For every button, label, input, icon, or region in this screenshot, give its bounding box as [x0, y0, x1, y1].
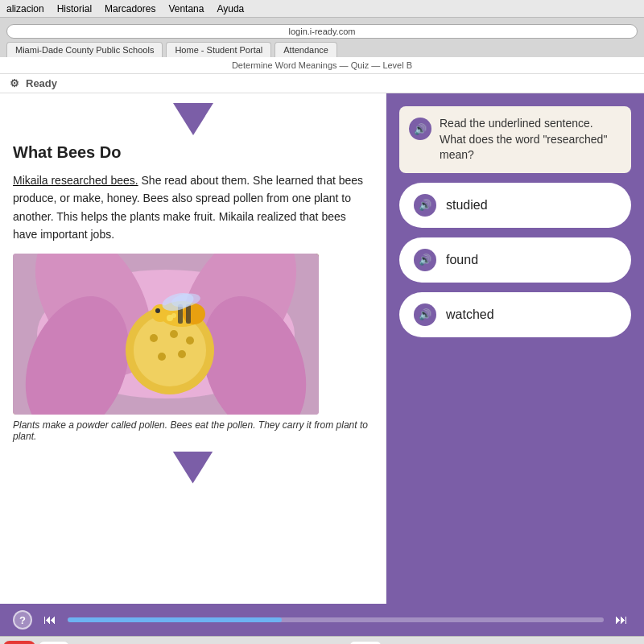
- option-watched[interactable]: 🔊 watched: [399, 292, 631, 337]
- question-text: Read the underlined sentence. What does …: [440, 116, 621, 163]
- menu-item-alizacion[interactable]: alizacion: [6, 3, 44, 14]
- right-panel: 🔊 Read the underlined sentence. What doe…: [386, 93, 644, 604]
- next-button[interactable]: ⏭: [612, 610, 631, 630]
- taskbar-icon-photos[interactable]: 🌸: [107, 641, 139, 645]
- svg-point-10: [186, 336, 194, 345]
- speaker-icon: 🔊: [419, 254, 431, 266]
- progress-fill: [68, 617, 282, 622]
- mac-menubar: alizacion Historial Marcadores Ventana A…: [0, 0, 644, 18]
- menu-item-marcadores[interactable]: Marcadores: [105, 3, 155, 14]
- tab-attendance[interactable]: Attendance: [275, 42, 337, 57]
- browser-toolbar: login.i-ready.com: [0, 21, 644, 42]
- taskbar-icon-messages[interactable]: 💬: [142, 641, 174, 645]
- taskbar-icon-calendar[interactable]: OCT 23: [38, 641, 70, 645]
- down-arrow-icon: [173, 452, 213, 484]
- taskbar-icon-maps[interactable]: 🗺️: [72, 641, 105, 645]
- svg-point-9: [170, 330, 178, 338]
- tab-home-portal[interactable]: Home - Student Portal: [166, 42, 271, 57]
- tab-miami[interactable]: Miami-Dade County Public Schools: [6, 42, 163, 57]
- article-body: Mikaila researched bees. She read about …: [13, 171, 373, 244]
- taskbar-icon-word[interactable]: W: [349, 641, 382, 645]
- option-found[interactable]: 🔊 found: [399, 237, 631, 283]
- question-box: 🔊 Read the underlined sentence. What doe…: [399, 106, 631, 173]
- article-title: What Bees Do: [13, 143, 373, 162]
- taskbar-icon-music[interactable]: 🎵: [246, 641, 278, 645]
- question-speaker-button[interactable]: 🔊: [409, 118, 431, 140]
- scroll-up-button[interactable]: [13, 103, 373, 135]
- url-bar[interactable]: login.i-ready.com: [6, 24, 638, 39]
- option-watched-label: watched: [446, 308, 494, 322]
- left-panel: What Bees Do Mikaila researched bees. Sh…: [0, 93, 386, 604]
- image-caption: Plants make a powder called pollen. Bees…: [13, 419, 373, 442]
- speaker-icon: 🔊: [419, 199, 431, 211]
- bottom-bar: ? ⏮ ⏭: [0, 604, 644, 636]
- option-studied[interactable]: 🔊 studied: [399, 183, 631, 228]
- option-found-speaker[interactable]: 🔊: [414, 249, 436, 271]
- taskbar: 🔍 OCT 23 🗺️ 🌸 💬 🌐 📰 🎵 🎧 📹 W 💚 🖥️: [0, 636, 644, 644]
- browser-chrome: login.i-ready.com Miami-Dade County Publ…: [0, 18, 644, 57]
- main-content: What Bees Do Mikaila researched bees. Sh…: [0, 93, 644, 604]
- taskbar-icon-whatsapp[interactable]: 💚: [384, 641, 416, 645]
- svg-point-8: [150, 334, 158, 342]
- bee-image: [13, 254, 319, 415]
- app-header: ⚙ Ready: [0, 74, 644, 93]
- up-arrow-icon: [173, 103, 213, 135]
- svg-point-12: [158, 353, 166, 361]
- option-watched-speaker[interactable]: 🔊: [414, 303, 436, 326]
- svg-point-18: [155, 308, 160, 313]
- option-studied-speaker[interactable]: 🔊: [414, 194, 436, 217]
- menu-item-historial[interactable]: Historial: [57, 3, 92, 14]
- speaker-icon: 🔊: [419, 308, 431, 320]
- taskbar-icon-zoom[interactable]: 📹: [315, 641, 347, 645]
- taskbar-icon-chrome[interactable]: 🌐: [176, 641, 208, 645]
- taskbar-icon-podcast[interactable]: 🎧: [280, 641, 312, 645]
- bee-image-container: Plants make a powder called pollen. Bees…: [13, 254, 373, 442]
- help-button[interactable]: ?: [13, 610, 32, 630]
- prev-button[interactable]: ⏮: [40, 610, 60, 630]
- gear-icon[interactable]: ⚙: [10, 77, 19, 89]
- menu-item-ayuda[interactable]: Ayuda: [217, 3, 244, 14]
- progress-bar: [68, 617, 604, 622]
- menu-item-ventana[interactable]: Ventana: [168, 3, 204, 14]
- app-label: Ready: [26, 77, 57, 89]
- svg-rect-16: [186, 304, 191, 324]
- underlined-sentence: Mikaila researched bees.: [13, 174, 138, 187]
- svg-point-22: [171, 313, 176, 318]
- svg-point-11: [178, 350, 186, 358]
- option-found-label: found: [446, 253, 478, 267]
- browser-tabs: Miami-Dade County Public Schools Home - …: [0, 42, 644, 57]
- taskbar-icon-screentime[interactable]: 🖥️: [419, 641, 451, 645]
- scroll-down-button[interactable]: [13, 452, 373, 484]
- taskbar-icon-finder[interactable]: 🔍: [3, 641, 35, 645]
- speaker-icon: 🔊: [414, 123, 427, 135]
- breadcrumb: Determine Word Meanings — Quiz — Level B: [0, 57, 644, 74]
- taskbar-icon-news[interactable]: 📰: [211, 641, 243, 645]
- option-studied-label: studied: [446, 198, 488, 213]
